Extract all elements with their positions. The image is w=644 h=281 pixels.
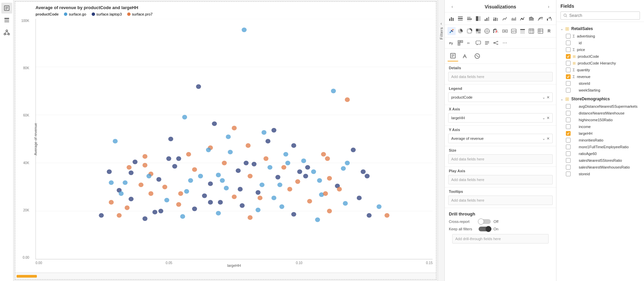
- field-item-avg-distance[interactable]: avgDistanceNearest5Supermarkets: [556, 103, 644, 110]
- fields-search[interactable]: [560, 11, 640, 20]
- field-item-weekstarting[interactable]: weekStarting: [556, 87, 644, 94]
- y-axis-chevron[interactable]: ⌄: [542, 136, 545, 141]
- viz-bar-chart[interactable]: [447, 15, 456, 23]
- revenue-check[interactable]: [566, 74, 571, 79]
- viz-slicer[interactable]: [519, 27, 527, 35]
- viz-table[interactable]: [527, 27, 535, 35]
- avg-distance-check[interactable]: [566, 104, 571, 109]
- viz-column-chart[interactable]: [456, 15, 464, 23]
- y-axis-remove[interactable]: ✕: [547, 136, 550, 141]
- report-view-icon[interactable]: [1, 3, 12, 14]
- field-item-id[interactable]: id: [556, 40, 644, 46]
- model-view-icon[interactable]: [1, 27, 12, 38]
- viz-matrix[interactable]: [536, 27, 545, 35]
- size-drop-zone[interactable]: Add data fields here: [448, 154, 553, 164]
- viz-panel-forward-arrow[interactable]: ›: [545, 3, 552, 10]
- scroll-indicator[interactable]: [17, 275, 37, 278]
- field-group-storedemographics-header[interactable]: ⌄ ⊞ StoreDemographics: [556, 95, 644, 103]
- x-axis-drop-zone[interactable]: largeHH ⌄ ✕: [448, 113, 553, 123]
- legend-chevron[interactable]: ⌄: [542, 95, 545, 100]
- viz-line2[interactable]: [519, 15, 527, 23]
- play-axis-drop-zone[interactable]: Add data fields here: [448, 175, 553, 184]
- cross-report-toggle[interactable]: [479, 219, 491, 224]
- field-item-price[interactable]: Σ price: [556, 46, 644, 53]
- viz-qr[interactable]: [456, 39, 464, 47]
- field-item-minorities[interactable]: minoritiesRatio: [556, 137, 644, 144]
- viz-scatter[interactable]: [447, 27, 456, 35]
- field-item-distance-warehouse[interactable]: distanceNearestWarehouse: [556, 110, 644, 117]
- field-item-more1fulltime[interactable]: more1FullTimeEmployeeRatio: [556, 144, 644, 150]
- viz-more[interactable]: ···: [501, 39, 509, 47]
- viz-tab-fields[interactable]: [447, 51, 458, 61]
- viz-ai-visual[interactable]: AI: [465, 39, 474, 47]
- tooltips-drop-zone[interactable]: Add data fields here: [448, 196, 553, 205]
- more1fulltime-check[interactable]: [566, 145, 571, 149]
- keep-all-filters-toggle[interactable]: [479, 227, 491, 231]
- viz-card[interactable]: [501, 27, 509, 35]
- data-view-icon[interactable]: [1, 15, 12, 26]
- income-check[interactable]: [566, 124, 571, 129]
- highincome-check[interactable]: [566, 118, 571, 122]
- field-item-productcode-hierarchy[interactable]: ⊞ productCode Hierarchy: [556, 60, 644, 67]
- productcode-check[interactable]: [566, 54, 571, 59]
- viz-tab-analytics[interactable]: [472, 51, 483, 61]
- fields-search-input[interactable]: [569, 13, 637, 18]
- field-item-saleswarehouses[interactable]: salesNearestWarehousesRatio: [556, 164, 644, 171]
- y-axis-drop-zone[interactable]: Average of revenue ⌄ ✕: [448, 134, 553, 143]
- id-check[interactable]: [566, 41, 571, 45]
- field-item-income[interactable]: income: [556, 123, 644, 130]
- viz-decomp-tree[interactable]: [492, 39, 500, 47]
- field-item-storeid-demo[interactable]: storeid: [556, 171, 644, 177]
- details-drop-zone[interactable]: Add data fields here: [448, 72, 553, 81]
- viz-kpi[interactable]: KPI: [510, 27, 518, 35]
- price-check[interactable]: [566, 47, 571, 52]
- viz-stacked-bar[interactable]: [465, 15, 474, 23]
- largehh-check[interactable]: [566, 131, 571, 136]
- legend-remove[interactable]: ✕: [547, 95, 550, 100]
- viz-panel-back-arrow[interactable]: ‹: [449, 3, 456, 10]
- filters-collapse-arrow[interactable]: ‹: [438, 20, 445, 27]
- sales5stores-check[interactable]: [566, 158, 571, 163]
- advertising-check[interactable]: [566, 34, 571, 39]
- viz-pie[interactable]: [456, 27, 464, 35]
- saleswarehouses-check[interactable]: [566, 165, 571, 170]
- viz-ribbon[interactable]: [536, 15, 545, 23]
- ratioage60-check[interactable]: [566, 151, 571, 156]
- field-group-retailsales-header[interactable]: ⌄ ⊞ RetailSales: [556, 25, 644, 33]
- viz-tab-format[interactable]: [460, 51, 470, 61]
- viz-line-chart[interactable]: [501, 15, 509, 23]
- x-axis-chevron[interactable]: ⌄: [542, 116, 545, 120]
- viz-waterfall[interactable]: [545, 15, 553, 23]
- viz-python[interactable]: Py: [447, 39, 456, 47]
- quantity-check[interactable]: [566, 68, 571, 72]
- viz-gauge[interactable]: [492, 27, 500, 35]
- weekstarting-check[interactable]: [566, 88, 571, 93]
- drill-through-drop-zone[interactable]: Add drill-through fields here: [452, 234, 549, 244]
- field-item-ratioage60[interactable]: ratioAge60: [556, 150, 644, 157]
- field-item-quantity[interactable]: Σ quantity: [556, 67, 644, 73]
- viz-stacked-column[interactable]: [492, 15, 500, 23]
- storeid-demo-check[interactable]: [566, 172, 571, 176]
- distance-warehouse-check[interactable]: [566, 111, 571, 116]
- field-item-productcode[interactable]: ⊞ productCode: [556, 53, 644, 60]
- viz-smart-narrative[interactable]: [483, 39, 491, 47]
- viz-treemap[interactable]: [474, 27, 482, 35]
- productcode-hierarchy-check[interactable]: [566, 61, 571, 66]
- x-axis-remove[interactable]: ✕: [547, 116, 550, 120]
- viz-area-chart[interactable]: [510, 15, 518, 23]
- field-item-largehh[interactable]: largeHH: [556, 130, 644, 137]
- field-item-storeid[interactable]: storeId: [556, 80, 644, 87]
- viz-chat[interactable]: [474, 39, 482, 47]
- field-item-advertising[interactable]: Σ advertising: [556, 33, 644, 40]
- viz-100pct-bar[interactable]: [474, 15, 482, 23]
- viz-r-visual[interactable]: R: [545, 27, 553, 35]
- field-item-highincome[interactable]: highincome150Ratio: [556, 117, 644, 123]
- storeid-check[interactable]: [566, 81, 571, 86]
- legend-drop-zone[interactable]: productCode ⌄ ✕: [448, 93, 553, 102]
- viz-donut[interactable]: [465, 27, 474, 35]
- viz-area2[interactable]: [527, 15, 535, 23]
- viz-map[interactable]: [483, 27, 491, 35]
- field-item-sales5stores[interactable]: salesNearest5StoresRatio: [556, 157, 644, 164]
- minorities-check[interactable]: [566, 138, 571, 143]
- field-item-revenue[interactable]: Σ revenue: [556, 73, 644, 80]
